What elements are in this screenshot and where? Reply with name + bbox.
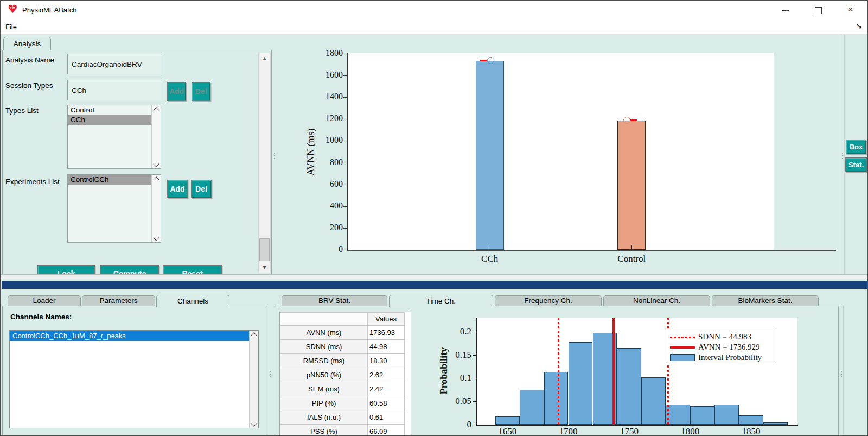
menu-file[interactable]: File: [5, 23, 17, 31]
stat-value-cell[interactable]: 2.42: [368, 382, 405, 396]
scroll-up-icon[interactable]: [153, 107, 159, 113]
vertical-splitter[interactable]: [840, 306, 840, 436]
app-logo-heart-icon: ♥ PM: [8, 4, 20, 17]
histogram-legend: SDNN = 44.983AVNN = 1736.929Interval Pro…: [666, 330, 773, 364]
stat-button[interactable]: Stat.: [845, 157, 867, 172]
types-listbox[interactable]: ControlCCh: [67, 105, 161, 169]
errorbar-cap: [630, 119, 637, 121]
bar-cch[interactable]: [476, 61, 504, 250]
channel-item-controlcch-cch-1um-87-r-peaks[interactable]: ControlCCh_CCh_1uM_87_r_peaks: [10, 331, 258, 341]
y-tick-label: 400: [302, 201, 343, 211]
scroll-up-arrow-icon[interactable]: ▲: [259, 53, 270, 64]
channels-list-scrollbar[interactable]: [249, 331, 258, 428]
tab-nonlinear-ch[interactable]: NonLinear Ch.: [603, 295, 710, 306]
y-tick-mark: [343, 228, 347, 229]
tab-analysis[interactable]: Analysis: [3, 37, 51, 50]
y-tick-label: 0.2: [432, 326, 471, 337]
vertical-splitter[interactable]: [841, 34, 841, 274]
splitter-handle-dots[interactable]: [842, 153, 843, 154]
splitter-handle-dots[interactable]: [274, 153, 275, 154]
session-types-input[interactable]: [67, 80, 161, 100]
scroll-down-icon[interactable]: [153, 161, 159, 167]
stat-name-cell: IALS (n.u.): [280, 410, 368, 425]
reset-button[interactable]: Reset: [163, 265, 222, 274]
tab-time-ch[interactable]: Time Ch.: [389, 295, 493, 307]
types-list-item-control[interactable]: Control: [68, 105, 161, 115]
experiments-list-scrollbar[interactable]: [151, 175, 161, 242]
stat-value-cell[interactable]: 0.61: [368, 410, 405, 425]
table-row-sdnn-ms: SDNN (ms)44.98: [280, 340, 405, 354]
y-tick-label: 1600: [302, 70, 343, 80]
close-button[interactable]: ×: [838, 1, 863, 19]
x-tick-mark: [490, 245, 490, 250]
y-tick-mark: [343, 119, 347, 119]
y-tick-mark: [473, 355, 476, 356]
stat-value-cell[interactable]: 44.98: [368, 340, 405, 354]
tab-brv-stat[interactable]: BRV Stat.: [282, 295, 387, 306]
scroll-down-icon[interactable]: [153, 235, 159, 241]
compute-button[interactable]: Compute: [100, 265, 159, 274]
lock-button[interactable]: Lock: [37, 265, 95, 274]
stat-value-cell[interactable]: 1736.93: [368, 326, 405, 340]
stat-value-cell[interactable]: 2.62: [368, 368, 405, 382]
scroll-up-icon[interactable]: [251, 332, 257, 338]
hist-bar: [495, 416, 520, 425]
navy-divider-bar[interactable]: [2, 281, 867, 289]
tab-parameters[interactable]: Parameters: [82, 295, 155, 306]
stat-name-cell: RMSSD (ms): [280, 354, 368, 368]
resize-arrow-icon[interactable]: ↘: [856, 22, 862, 30]
maximize-button[interactable]: [806, 1, 831, 19]
splitter-handle-dots[interactable]: [841, 371, 842, 372]
window-title: PhysioMEABatch: [22, 6, 76, 14]
experiments-list-item-controlcch[interactable]: ControlCCh: [68, 175, 161, 185]
stat-value-cell[interactable]: 66.09: [368, 425, 405, 436]
tab-biomarkers-stat[interactable]: BioMarkers Stat.: [712, 295, 819, 306]
table-row-pip: PIP (%)60.58: [280, 396, 405, 410]
y-tick-mark: [473, 332, 476, 332]
y-tick-label: 1000: [302, 135, 343, 145]
brv-stats-table: ValuesAVNN (ms)1736.93SDNN (ms)44.98RMSS…: [279, 312, 411, 436]
vertical-splitter[interactable]: [844, 34, 845, 274]
tab-frequency-ch[interactable]: Frequency Ch.: [495, 295, 602, 306]
legend-sample-patch: [670, 354, 695, 361]
splitter-handle-dots[interactable]: [270, 371, 271, 372]
scroll-down-arrow-icon[interactable]: ▼: [259, 262, 270, 273]
analysis-panel-scrollbar[interactable]: ▲ ▼: [258, 53, 271, 272]
table-header-row: Values: [280, 313, 405, 326]
experiments-add-button[interactable]: Add: [167, 180, 188, 198]
table-row-avnn-ms: AVNN (ms)1736.93: [280, 326, 405, 340]
session-del-button[interactable]: Del: [192, 82, 210, 101]
y-axis-line: [476, 318, 477, 425]
box-plot-button[interactable]: Box: [846, 140, 866, 154]
y-tick-label: 1200: [302, 113, 343, 123]
errorbar-cap: [480, 60, 487, 61]
session-add-button[interactable]: Add: [167, 82, 186, 101]
vertical-splitter[interactable]: [843, 306, 844, 436]
stat-value-cell[interactable]: 18.30: [368, 354, 405, 368]
minimize-button[interactable]: [773, 1, 798, 19]
stat-value-cell[interactable]: 60.58: [368, 396, 405, 410]
types-list-scrollbar[interactable]: [151, 105, 161, 168]
y-tick-label: 200: [302, 223, 343, 232]
maximize-icon: [815, 7, 822, 14]
scroll-up-icon[interactable]: [153, 176, 159, 182]
tab-loader[interactable]: Loader: [8, 295, 81, 306]
scrollbar-thumb[interactable]: [259, 238, 270, 261]
y-tick-label: 1800: [302, 48, 343, 58]
y-tick-mark: [343, 206, 347, 207]
bar-chart-plot-area: [348, 53, 774, 250]
sdnn-reference-line: [558, 318, 559, 425]
channels-panel: Channels Names: ControlCCh_CCh_1uM_87_r_…: [2, 306, 267, 436]
hist-bar: [763, 422, 788, 425]
bar-control[interactable]: [617, 121, 646, 250]
y-tick-mark: [473, 378, 476, 378]
scroll-down-icon[interactable]: [251, 420, 257, 426]
channels-listbox[interactable]: ControlCCh_CCh_1uM_87_r_peaks: [9, 330, 259, 428]
experiments-list-label: Experiments List: [5, 178, 60, 186]
tab-channels[interactable]: Channels: [156, 295, 229, 307]
types-list-item-cch[interactable]: CCh: [68, 115, 161, 125]
experiments-del-button[interactable]: Del: [191, 180, 212, 198]
analysis-name-input[interactable]: [67, 54, 161, 74]
main-area: Analysis Analysis Name Session Types Add…: [1, 34, 868, 436]
experiments-listbox[interactable]: ControlCCh: [67, 174, 161, 243]
